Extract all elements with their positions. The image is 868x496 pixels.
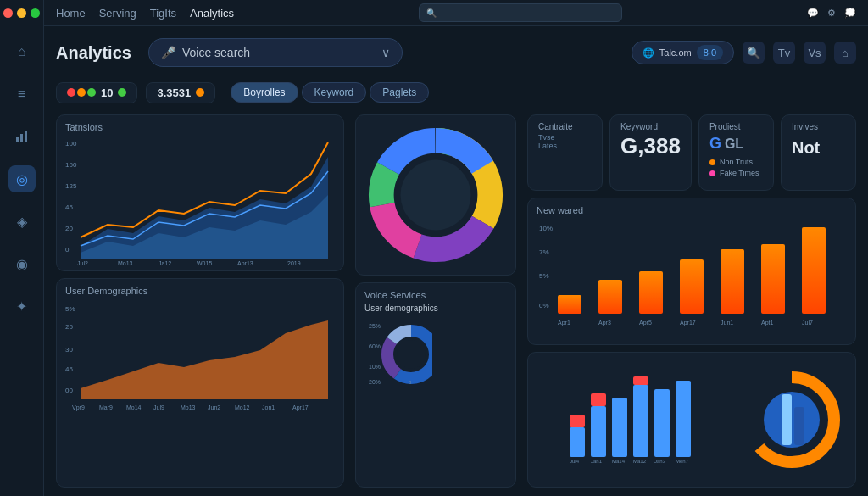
tab-paglets[interactable]: Paglets bbox=[370, 82, 429, 103]
svg-text:25: 25 bbox=[65, 323, 73, 331]
svg-rect-50 bbox=[558, 295, 581, 314]
stats-row: 10 3.3531 Boyrolles Keyword Paglets bbox=[56, 77, 856, 108]
chevron-down-icon: ∨ bbox=[381, 46, 390, 59]
tab-boyrolles[interactable]: Boyrolles bbox=[231, 82, 298, 103]
svg-rect-68 bbox=[612, 398, 627, 457]
svg-text:125: 125 bbox=[65, 182, 77, 190]
svg-text:Jan3: Jan3 bbox=[654, 459, 666, 464]
svg-rect-54 bbox=[721, 249, 744, 314]
svg-text:Mo12: Mo12 bbox=[235, 404, 250, 410]
cantraite-sub1: Tvse bbox=[538, 133, 592, 142]
stat-value: 3.3531 bbox=[157, 86, 191, 99]
svg-text:2019: 2019 bbox=[287, 260, 301, 266]
svg-rect-1 bbox=[20, 134, 23, 142]
maximize-button[interactable] bbox=[31, 8, 40, 18]
search-icon-small: 🔍 bbox=[426, 8, 437, 18]
voice-search-bar[interactable]: 🎤 Voice search ∨ bbox=[148, 38, 403, 67]
svg-text:Jan1: Jan1 bbox=[591, 459, 603, 464]
close-button[interactable] bbox=[3, 8, 13, 18]
svg-rect-65 bbox=[570, 415, 585, 427]
svg-rect-81 bbox=[782, 394, 792, 445]
svg-rect-66 bbox=[591, 406, 606, 457]
google-g-icon: G bbox=[709, 135, 721, 153]
header-row: Analytics 🎤 Voice search ∨ 🌐 Talc.om 8·0… bbox=[56, 35, 856, 70]
home-icon[interactable]: ⌂ bbox=[8, 38, 36, 65]
home-btn[interactable]: ⌂ bbox=[834, 42, 856, 64]
user-demographics-title: User Demographics bbox=[65, 286, 335, 296]
svg-text:10%: 10% bbox=[369, 364, 381, 370]
svg-point-44 bbox=[397, 340, 426, 369]
svg-text:5%: 5% bbox=[65, 305, 75, 313]
target-icon[interactable]: ◉ bbox=[8, 250, 36, 277]
bar-chart-area: New wared 10% 7% 5% 0% bbox=[527, 198, 856, 345]
right-col: Cantraite Tvse Lates Keyyword G,388 Prod… bbox=[527, 114, 856, 488]
header-right: 🌐 Talc.om 8·0 🔍 Tv Vs ⌂ bbox=[632, 41, 856, 64]
list-icon[interactable]: ≡ bbox=[8, 81, 36, 108]
svg-rect-52 bbox=[639, 271, 663, 314]
svg-text:0: 0 bbox=[65, 246, 70, 254]
chat-icon[interactable]: 💭 bbox=[844, 8, 856, 19]
domain-badge[interactable]: 🌐 Talc.om 8·0 bbox=[632, 41, 734, 64]
mid-col: Voice Services User demographics 25% 60%… bbox=[351, 114, 520, 488]
search-bar[interactable]: 🔍 bbox=[419, 3, 622, 22]
settings-icon[interactable]: ✦ bbox=[8, 293, 36, 320]
ring-svg bbox=[741, 369, 843, 471]
svg-text:Apr3: Apr3 bbox=[598, 320, 611, 326]
svg-text:45: 45 bbox=[65, 203, 73, 211]
chart-icon[interactable] bbox=[8, 123, 36, 150]
svg-text:Mo14: Mo14 bbox=[126, 404, 142, 410]
topbar-search: 🔍 bbox=[251, 3, 790, 22]
settings-icon-top[interactable]: ⚙ bbox=[827, 8, 836, 19]
legend-label-2: Fake Times bbox=[720, 169, 760, 177]
svg-rect-64 bbox=[570, 427, 585, 457]
svg-rect-0 bbox=[16, 137, 19, 142]
search-btn[interactable]: 🔍 bbox=[743, 42, 765, 64]
svg-point-35 bbox=[400, 159, 470, 230]
shield-icon[interactable]: ◈ bbox=[8, 208, 36, 235]
stat-icons bbox=[67, 88, 96, 97]
minimize-button[interactable] bbox=[17, 8, 26, 18]
stat-count-box: 10 bbox=[56, 82, 137, 103]
globe-icon: 🌐 bbox=[643, 47, 654, 59]
svg-text:Jun1: Jun1 bbox=[721, 320, 733, 326]
right-stats: Cantraite Tvse Lates Keyyword G,388 Prod… bbox=[527, 114, 856, 191]
mini-bar-chart: Jul4 Jan1 Ma14 Ma12 Jan3 Men7 bbox=[537, 359, 730, 480]
nav-analytics[interactable]: Analytics bbox=[190, 7, 234, 20]
not-label: Not bbox=[792, 138, 845, 158]
nav-serving[interactable]: Serving bbox=[99, 7, 136, 20]
sidebar: ⌂ ≡ ◎ ◈ ◉ ✦ bbox=[0, 0, 44, 496]
gl-text: GL bbox=[725, 137, 743, 152]
red-dot bbox=[67, 88, 75, 97]
svg-text:Apr1: Apr1 bbox=[558, 320, 570, 326]
prodiest-legend: Non Truts Fake Times bbox=[709, 158, 763, 177]
topbar: Home Serving TigIts Analytics 🔍 💬 ⚙ 💭 bbox=[44, 0, 868, 26]
main-content: Home Serving TigIts Analytics 🔍 💬 ⚙ 💭 An… bbox=[44, 0, 868, 496]
voice-services-card: Voice Services User demographics 25% 60%… bbox=[355, 282, 516, 488]
prodiest-card: Prodiest G GL Non Truts bbox=[698, 114, 774, 191]
prodiest-title: Prodiest bbox=[709, 122, 763, 131]
stat-value-box: 3.3531 bbox=[146, 82, 215, 103]
vs-btn[interactable]: Vs bbox=[804, 42, 826, 64]
cantraite-title: Cantraite bbox=[538, 122, 592, 131]
tab-keyword[interactable]: Keyword bbox=[302, 82, 367, 103]
svg-text:Jun2: Jun2 bbox=[208, 404, 220, 410]
search-icon[interactable]: ◎ bbox=[8, 165, 36, 192]
svg-text:Men7: Men7 bbox=[676, 459, 689, 464]
svg-text:160: 160 bbox=[65, 161, 77, 169]
nav-tigits[interactable]: TigIts bbox=[150, 7, 176, 20]
svg-rect-72 bbox=[676, 381, 691, 457]
tv-btn[interactable]: Tv bbox=[773, 42, 795, 64]
svg-text:Apr17: Apr17 bbox=[292, 404, 309, 411]
svg-text:20: 20 bbox=[65, 225, 73, 232]
user-demographics-chart: User Demographics 5% 25 30 46 00 Vpr9 Ma… bbox=[56, 278, 344, 488]
nav-home[interactable]: Home bbox=[56, 7, 86, 20]
notification-icon[interactable]: 💬 bbox=[807, 8, 819, 19]
svg-rect-71 bbox=[654, 389, 670, 457]
voice-services-title: Voice Services bbox=[364, 290, 507, 300]
legend-label-1: Non Truts bbox=[720, 158, 753, 166]
svg-text:Ma12: Ma12 bbox=[633, 459, 647, 464]
prodiest-logo: G GL bbox=[709, 135, 763, 153]
svg-text:Jul4: Jul4 bbox=[570, 459, 580, 464]
svg-text:Mar9: Mar9 bbox=[99, 404, 113, 410]
svg-text:Mo13: Mo13 bbox=[118, 260, 133, 266]
